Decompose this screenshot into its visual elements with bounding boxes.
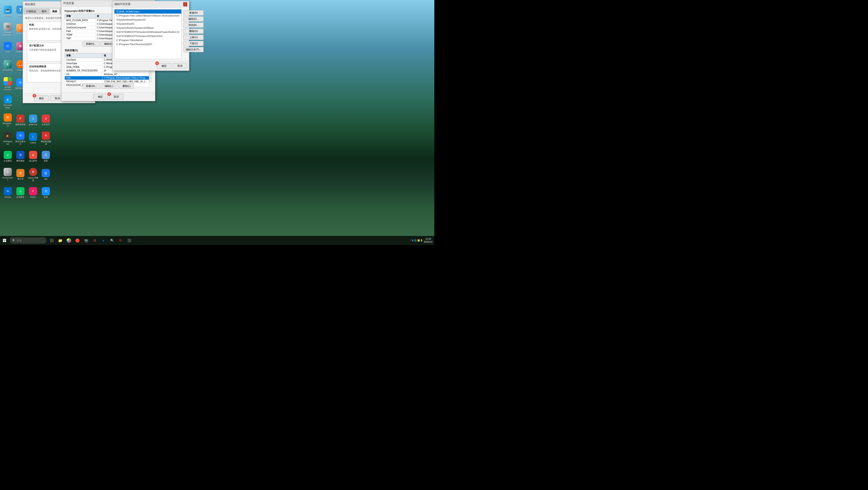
desktop-icon-listary[interactable]: L Listary [27, 130, 39, 147]
desktop-icon-everything[interactable]: E Everything [2, 57, 13, 75]
editenv-browse-btn[interactable]: 浏览(B)... [183, 23, 204, 28]
taskbar-icon-video[interactable]: 📷 [82, 236, 90, 244]
sysprop-ok-btn[interactable]: 3 确定 [34, 95, 49, 101]
chrome-icon [67, 238, 71, 243]
table-row[interactable]: PATHEXT .COM;.EXE;.BAT;.CMD;.VBS;.VBE;.J… [65, 80, 149, 84]
taskbar-icon-search-taskbar[interactable]: 🔍 [108, 236, 116, 244]
taskbar-icon-chrome[interactable] [65, 236, 73, 244]
desktop-icon-qywechat[interactable]: 企 企业微信 [2, 148, 13, 165]
table-row[interactable]: Path C:\Program Files\Java\jdk-17\bin;C:… [65, 76, 149, 80]
start-button[interactable] [0, 236, 9, 245]
taskbar-tray-icons: ^ 英 🌐 📶 🔋 [410, 239, 423, 242]
editenv-window-controls: × [183, 2, 187, 6]
desktop-icon-jinshan[interactable]: 金 金山软件 [27, 148, 39, 165]
taskbar-icon-edge-taskbar[interactable]: e [99, 236, 107, 244]
list-item[interactable]: C:\Program Files\dotnet [115, 38, 181, 42]
table-row[interactable]: OS Windows_NT [65, 73, 149, 76]
desktop-icon-screentogif[interactable]: S ScreenToGif [2, 166, 13, 183]
desktop-icon-jingdong[interactable]: J 京东读书 [40, 112, 52, 129]
desktop-icon-picpin[interactable]: P PicPin [27, 184, 39, 201]
taskbar-icon-opera-taskbar[interactable]: O [91, 236, 99, 244]
editenv-title: 编辑环境变量 [114, 2, 183, 6]
desktop-icon-mindmap[interactable]: M MindMan... 23 [2, 112, 13, 129]
envvar-user-new-btn[interactable]: 新建(N)... [83, 41, 100, 47]
taskbar-pinned-icons: ⬛ 📁 🔴 📷 O e 🔍 有 [48, 236, 133, 244]
time-display: 12:29 [424, 237, 433, 240]
desktop-icon-dingding[interactable]: 钉 钉钉 [2, 39, 13, 56]
desktop-icon-banbanzai[interactable]: 班 班班在看火大 [14, 130, 26, 147]
svg-rect-1 [5, 239, 6, 240]
taskbar-icon-youdao-taskbar[interactable]: 有 [117, 236, 125, 244]
editenv-cancel-btn[interactable]: 取消 [173, 63, 187, 69]
desktop-icon-foxit[interactable]: F 福昕阅读器 [14, 112, 26, 129]
date-display: 2024/1/2 [424, 240, 433, 243]
taskbar-icon-taskview[interactable]: ⬛ [48, 236, 56, 244]
list-item[interactable]: %SystemRoot% [115, 22, 181, 26]
desktop-icon-xunlei[interactable]: 迅 迅雷 [40, 148, 52, 165]
desktop-icon-geek[interactable]: G geek.exe [27, 112, 39, 129]
list-item[interactable]: C:\Program Files\Tencent\QQNT [115, 42, 181, 46]
windows-icon [3, 239, 6, 242]
taskbar-search-box[interactable]: 🔍 [10, 237, 46, 243]
editenv-edit-btn[interactable]: 编辑(E)... [183, 16, 204, 22]
desktop-icon-todesk[interactable]: To ToDesk [2, 184, 13, 201]
editenv-path-list[interactable]: %JAVA_HOME%\bin C:\Program Files (x86)\V… [114, 9, 182, 59]
taskbar-icon-extra[interactable]: ⬛ [125, 236, 133, 244]
list-item[interactable]: %JAVA_HOME%\bin [115, 9, 181, 13]
desktop-icon-youdao[interactable]: 有 网易有道翻译 [40, 130, 52, 147]
envvar-sys-new-btn[interactable]: 新建(W)... [83, 84, 100, 89]
sysprop-tab-advanced[interactable]: 高级 [50, 9, 60, 14]
list-item[interactable]: %SystemRoot%\System32\Wbem [115, 26, 181, 30]
envvar-sys-delete-btn[interactable]: 删除(L) [119, 84, 134, 89]
desktop-icon-opera[interactable]: O Opera 浏览器 [27, 166, 39, 183]
editenv-up-btn[interactable]: 上移(U) [183, 35, 204, 40]
desktop-icon-chrome[interactable]: Google Chrome [2, 75, 13, 92]
desktop-icon-diannao[interactable]: 💻 此电脑 [2, 3, 13, 20]
taskbar-tray: ^ 英 🌐 📶 🔋 12:29 2024/1/2 [410, 237, 434, 243]
taskbar-icon-file-explorer[interactable]: 📁 [56, 236, 64, 244]
editenv-list-area: %JAVA_HOME%\bin C:\Program Files (x86)\V… [114, 9, 182, 59]
sysprop-tab-computer[interactable]: 计算机名 [24, 9, 39, 14]
search-input[interactable] [17, 239, 42, 242]
svg-rect-0 [3, 239, 4, 240]
list-item[interactable]: %SYSTEMROOT%\System32\OpenSSH\ [115, 34, 181, 38]
desktop-icon-qq[interactable]: Q QQ [40, 166, 52, 183]
envvar-ok-btn[interactable]: 确定 [93, 94, 108, 99]
editenv-step-badge: 1 [155, 61, 159, 65]
envvar-user-col-var: 变量 [65, 14, 95, 19]
desktop-icon-tencentclass[interactable]: 课 腾讯课堂 [14, 148, 26, 165]
editenv-window: 编辑环境变量 × %JAVA_HOME%\bin C:\Program File… [112, 1, 189, 71]
svg-rect-2 [3, 241, 4, 242]
desktop-icon-edge[interactable]: e Microsoft Edge [2, 93, 13, 111]
sysprop-tab-hardware[interactable]: 硬件 [39, 9, 49, 14]
sysprop-step-badge: 3 [33, 94, 36, 97]
taskbar-icon-red[interactable]: 🔴 [73, 236, 82, 244]
svg-rect-3 [5, 241, 6, 242]
envvar-footer: 确定 2 取消 [61, 92, 155, 101]
editenv-titlebar[interactable]: 编辑环境变量 × [113, 1, 189, 7]
list-item[interactable]: C:\Program Files (x86)\VMware\VMware Wor… [115, 13, 181, 18]
editenv-close-btn[interactable]: × [183, 2, 187, 6]
editenv-down-btn[interactable]: 下移(O) [183, 41, 204, 46]
list-item[interactable]: %SYSTEMROOT%\System32\WindowsPowerShell\… [115, 30, 181, 34]
desktop-icon-qiye-wechat2[interactable]: 企 企业微信 [14, 184, 26, 201]
envvar-cancel-btn[interactable]: 2 取消 [109, 94, 124, 99]
search-icon: 🔍 [12, 239, 16, 242]
envvar-sys-edit-btn[interactable]: 编辑(L)... [101, 84, 118, 89]
editenv-new-btn[interactable]: 新建(N) [183, 10, 204, 16]
desktop-icon-potplayer[interactable]: ▶ PotPlayer 64 [2, 130, 13, 147]
desktop: 💻 此电脑 T Typora 📹 腾讯会议 Visual Studio Code… [0, 0, 434, 245]
editenv-ok-btn[interactable]: 1 确定 [157, 63, 172, 69]
editenv-delete-btn[interactable]: 删除(D) [183, 29, 204, 34]
editenv-edittext-btn[interactable]: 编辑文本(T)... [183, 47, 204, 52]
envvar-sys-col-var: 变量 [65, 53, 102, 58]
editenv-footer: 1 确定 取消 [113, 61, 189, 70]
editenv-side-btns: 新建(N) 编辑(E)... 浏览(B)... 删除(D) 上移(U) 下移(O… [183, 9, 205, 59]
taskbar: 🔍 ⬛ 📁 🔴 📷 O e [0, 236, 434, 245]
list-item[interactable]: %SystemRoot%\system32 [115, 18, 181, 22]
desktop-icon-vmware[interactable]: VM VMware Workstati... [2, 21, 13, 38]
desktop-icon-daolan[interactable]: 导 导览 [40, 184, 52, 201]
desktop-icon-puda[interactable]: 普 普大爷 [14, 166, 26, 183]
taskbar-time[interactable]: 12:29 2024/1/2 [424, 237, 433, 243]
editenv-main-area: %JAVA_HOME%\bin C:\Program Files (x86)\V… [114, 9, 187, 59]
